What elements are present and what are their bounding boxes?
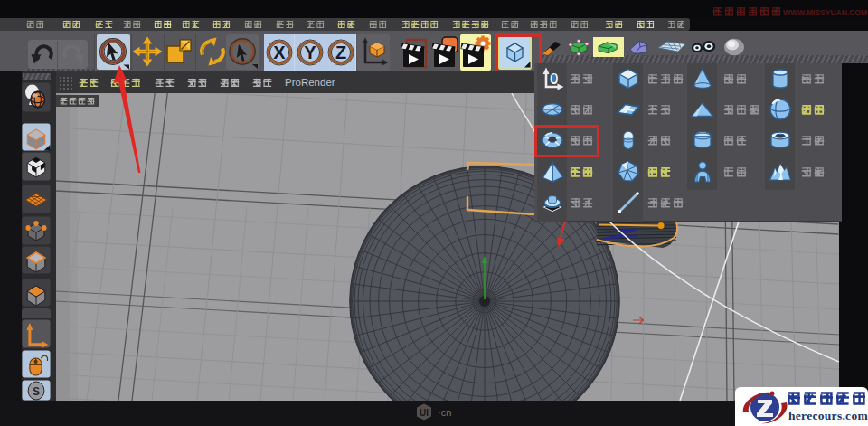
svg-text:X: X <box>273 43 286 62</box>
svg-text:UI: UI <box>420 408 429 418</box>
svg-text:·cn: ·cn <box>438 407 451 418</box>
svg-text:S: S <box>33 384 40 398</box>
svg-text:Y: Y <box>304 43 316 62</box>
svg-text:Z: Z <box>335 43 346 62</box>
